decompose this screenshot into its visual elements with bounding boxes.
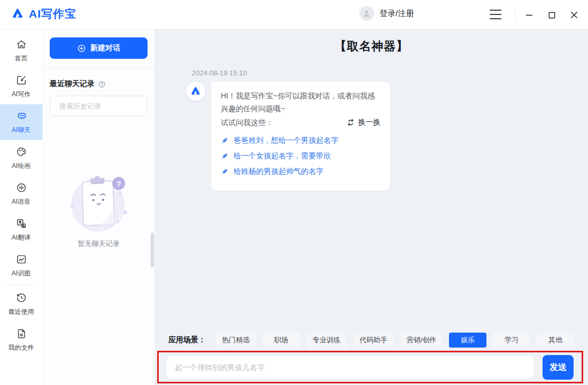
login-button[interactable]: 登录/注册	[359, 6, 414, 21]
scrollbar-thumb[interactable]	[151, 233, 154, 267]
sidebar-item-ai-chat[interactable]: AI聊天	[0, 104, 42, 140]
scene-tag-training[interactable]: 专业训练	[306, 333, 347, 348]
minimize-button[interactable]	[522, 7, 537, 22]
primary-sidebar: 首页 AI写作 AI聊天 AI绘画 AI语音 AI翻译	[0, 29, 43, 385]
maximize-button[interactable]	[544, 7, 559, 22]
menu-icon[interactable]	[490, 10, 501, 19]
scene-tag-hot[interactable]: 热门精选	[215, 333, 256, 348]
ai-message: HI！我是写作宝~你可以跟我对话，或者问我感兴趣的任何问题哦~ 试试问我这些： …	[186, 82, 588, 191]
sidebar-item-ai-voice[interactable]: AI语音	[0, 176, 42, 212]
sidebar-item-label: AI翻译	[12, 233, 30, 242]
scene-tag-other[interactable]: 其他	[537, 333, 574, 348]
sidebar-item-label: 最近使用	[9, 307, 34, 317]
message-timestamp: 2024-08-19 15:10	[192, 69, 588, 77]
chat-icon	[16, 110, 27, 122]
sidebar-item-ai-writing[interactable]: AI写作	[0, 68, 42, 104]
logo-icon	[190, 86, 202, 97]
divider	[43, 68, 154, 69]
app-logo: AI写作宝	[11, 6, 76, 21]
greeting-text: HI！我是写作宝~你可以跟我对话，或者问我感兴趣的任何问题哦~	[221, 90, 381, 116]
quill-icon	[221, 137, 229, 145]
login-label: 登录/注册	[380, 9, 414, 19]
sidebar-item-label: 首页	[15, 54, 28, 63]
send-button[interactable]: 发送	[543, 355, 574, 380]
scene-tag-entertainment[interactable]: 娱乐	[449, 333, 486, 348]
suggestion-label: 爸爸姓刘，想给一个男孩起名字	[234, 136, 338, 145]
scene-bar: 应用场景： 热门精选 职场 专业训练 代码助手 营销/创作 娱乐 学习 其他	[168, 333, 574, 348]
new-chat-button[interactable]: 新建对话	[50, 37, 148, 59]
quill-icon	[221, 168, 229, 176]
paint-icon	[16, 146, 27, 158]
empty-text: 暂无聊天记录	[78, 239, 120, 249]
chat-history-panel: 新建对话 最近聊天记录	[43, 29, 155, 385]
voice-icon	[16, 182, 27, 194]
page-title: 【取名神器】	[155, 29, 588, 55]
sidebar-item-label: 我的文件	[9, 343, 34, 352]
refresh-label: 换一换	[358, 118, 381, 127]
title-bar: AI写作宝 登录/注册	[0, 0, 588, 29]
empty-clipboard-illustration: ?	[65, 174, 133, 234]
empty-state: ? 暂无聊天记录	[43, 174, 154, 249]
window-controls	[522, 7, 582, 22]
sidebar-item-label: AI写作	[12, 90, 30, 99]
sidebar-item-ai-translate[interactable]: AI翻译	[0, 212, 42, 248]
sidebar-item-label: AI绘画	[12, 161, 30, 171]
user-avatar-icon	[359, 6, 374, 21]
app-title: AI写作宝	[29, 6, 76, 21]
ai-avatar	[186, 82, 205, 101]
sidebar-item-label: AI语音	[12, 197, 30, 206]
close-button[interactable]	[567, 7, 582, 22]
quill-icon	[221, 152, 229, 160]
sidebar-item-my-files[interactable]: 我的文件	[0, 322, 42, 358]
suggestion-list: 爸爸姓刘，想给一个男孩起名字 给一个女孩起名字，需要带欣 给姓杨的男孩起帅气的名…	[221, 136, 381, 176]
files-icon	[16, 328, 27, 340]
scene-tag-marketing[interactable]: 营销/创作	[400, 333, 443, 348]
try-label: 试试问我这些：	[221, 117, 273, 129]
sidebar-item-ai-image[interactable]: AI识图	[0, 248, 42, 283]
refresh-suggestions-button[interactable]: 换一换	[346, 118, 381, 127]
divider	[5, 284, 37, 285]
suggestion-label: 给一个女孩起名字，需要带欣	[234, 151, 331, 161]
scene-label: 应用场景：	[168, 335, 206, 345]
history-title: 最近聊天记录	[50, 79, 95, 89]
sidebar-item-ai-paint[interactable]: AI绘画	[0, 140, 42, 176]
app-window: AI写作宝 登录/注册 首页	[0, 0, 588, 385]
plus-circle-icon	[77, 44, 86, 53]
suggestion-item[interactable]: 给姓杨的男孩起帅气的名字	[221, 167, 381, 176]
history-search[interactable]	[50, 96, 148, 116]
sidebar-item-label: AI聊天	[12, 126, 30, 135]
sidebar-item-label: AI识图	[12, 269, 30, 278]
home-icon	[16, 38, 27, 50]
sidebar-item-recent[interactable]: 最近使用	[0, 286, 42, 322]
new-chat-label: 新建对话	[90, 43, 120, 53]
composer: 发送	[166, 355, 574, 380]
suggestion-item[interactable]: 爸爸姓刘，想给一个男孩起名字	[221, 136, 381, 145]
divider	[515, 10, 515, 20]
translate-icon	[16, 218, 27, 229]
write-icon	[16, 74, 27, 86]
message-bubble: HI！我是写作宝~你可以跟我对话，或者问我感兴趣的任何问题哦~ 试试问我这些： …	[211, 82, 390, 191]
suggestion-label: 给姓杨的男孩起帅气的名字	[234, 167, 323, 176]
svg-text:?: ?	[116, 179, 121, 188]
image-icon	[16, 253, 27, 265]
history-search-input[interactable]	[59, 102, 153, 110]
message-input[interactable]	[166, 355, 535, 380]
scene-tags: 热门精选 职场 专业训练 代码助手 营销/创作 娱乐 学习 其他	[215, 333, 574, 348]
help-icon[interactable]	[98, 80, 106, 88]
refresh-icon	[346, 118, 355, 127]
recent-icon	[16, 292, 27, 304]
logo-icon	[11, 7, 25, 21]
scene-tag-study[interactable]: 学习	[493, 333, 530, 348]
conversation-area: 【取名神器】 2024-08-19 15:10 HI！我是写作宝~你可以跟我对话…	[155, 29, 588, 385]
suggestion-item[interactable]: 给一个女孩起名字，需要带欣	[221, 151, 381, 161]
scene-tag-code[interactable]: 代码助手	[353, 333, 394, 348]
scene-tag-workplace[interactable]: 职场	[262, 333, 300, 348]
sidebar-item-home[interactable]: 首页	[0, 33, 42, 68]
